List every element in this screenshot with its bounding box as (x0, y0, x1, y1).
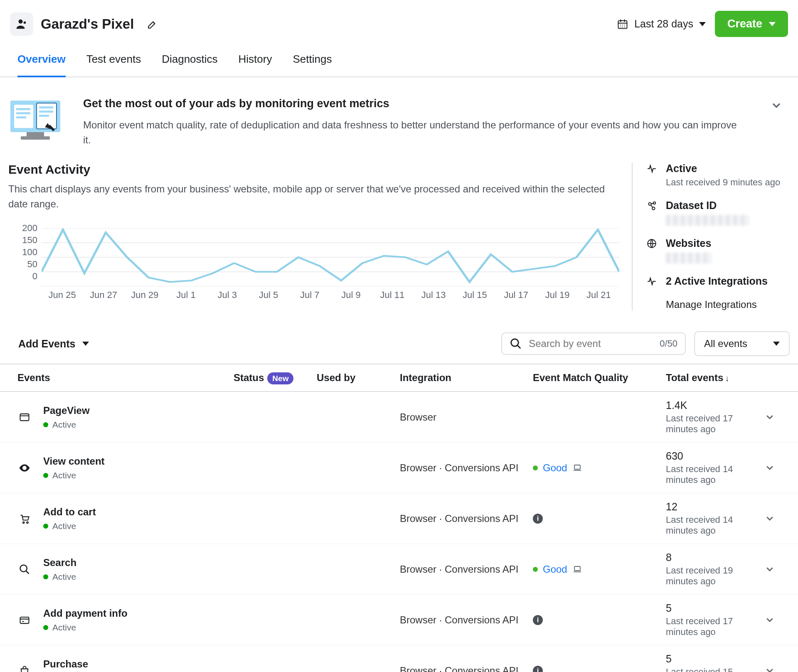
bag-icon (17, 665, 32, 672)
event-activity-chart: 200150100500 Jun 25Jun 27Jun 29Jul 1Jul … (8, 224, 619, 307)
integration-cell: Browser · Conversions API (400, 513, 533, 524)
header: Garazd's Pixel Last 28 days Create (0, 0, 798, 41)
quality-link[interactable]: Good (543, 462, 567, 474)
tab-settings[interactable]: Settings (293, 47, 332, 76)
create-button[interactable]: Create (715, 11, 788, 37)
laptop-icon (572, 564, 582, 574)
search-input[interactable] (528, 337, 654, 350)
add-events-button[interactable]: Add Events (8, 338, 89, 350)
svg-rect-31 (20, 617, 29, 623)
add-events-label: Add Events (18, 338, 76, 350)
total-cell: 5Last received 17 minutes ago (666, 602, 765, 638)
calendar-icon (617, 18, 628, 30)
event-status: Active (43, 521, 96, 531)
integration-cell: Browser · Conversions API (400, 614, 533, 626)
svg-rect-7 (16, 112, 30, 114)
event-status: Active (43, 470, 105, 480)
expand-row-button[interactable] (765, 412, 790, 422)
info-icon[interactable]: i (533, 666, 543, 672)
collapse-banner-button[interactable] (763, 97, 790, 114)
col-used-by: Used by (317, 372, 400, 384)
laptop-icon (572, 463, 582, 473)
chevron-down-icon (769, 22, 776, 26)
svg-point-0 (19, 19, 23, 23)
chart-x-labels: Jun 25Jun 27Jun 29Jul 1Jul 3Jul 5Jul 7Ju… (42, 290, 619, 300)
tabs: OverviewTest eventsDiagnosticsHistorySet… (0, 41, 798, 77)
expand-row-button[interactable] (765, 666, 790, 672)
cart-icon (17, 513, 32, 524)
svg-rect-24 (20, 414, 29, 420)
side-dataset-label: Dataset ID (666, 199, 749, 212)
activity-desc: This chart displays any events from your… (8, 182, 619, 212)
integration-cell: Browser (400, 411, 533, 423)
edit-icon[interactable] (147, 19, 158, 30)
svg-rect-13 (21, 136, 50, 140)
dataset-icon (645, 199, 658, 211)
events-filter-label: All events (704, 338, 747, 350)
page-title: Garazd's Pixel (41, 16, 134, 32)
manage-integrations-link[interactable]: Manage Integrations (666, 299, 790, 310)
quality-cell: i (533, 615, 666, 625)
tab-test-events[interactable]: Test events (86, 47, 141, 76)
side-panel: Active Last received 9 minutes ago Datas… (632, 162, 790, 310)
card-icon (17, 614, 32, 626)
header-right: Last 28 days Create (617, 11, 788, 37)
quality-cell: Good (533, 462, 666, 474)
redacted-value (666, 215, 749, 226)
banner-body: Get the most out of your ads by monitori… (83, 97, 742, 148)
table-header: Events StatusNew Used by Integration Eve… (0, 364, 798, 392)
info-icon[interactable]: i (533, 615, 543, 625)
table-row[interactable]: View contentActiveBrowser · Conversions … (0, 443, 798, 493)
sort-desc-icon: ↓ (725, 374, 729, 383)
total-cell: 8Last received 19 minutes ago (666, 551, 765, 587)
expand-row-button[interactable] (765, 615, 790, 625)
table-row[interactable]: PageViewActiveBrowser1.4KLast received 1… (0, 392, 798, 443)
chart-y-labels: 200150100500 (8, 224, 37, 284)
globe-icon (645, 237, 658, 249)
event-name: Add payment info (43, 608, 128, 619)
search-count: 0/50 (660, 338, 677, 349)
svg-point-27 (23, 522, 25, 523)
event-name: Purchase (43, 658, 88, 670)
svg-rect-10 (39, 111, 53, 113)
tab-overview[interactable]: Overview (17, 47, 66, 77)
col-total[interactable]: Total events↓ (666, 372, 765, 384)
tab-diagnostics[interactable]: Diagnostics (162, 47, 217, 76)
expand-row-button[interactable] (765, 463, 790, 473)
date-range-picker[interactable]: Last 28 days (617, 18, 706, 30)
integration-cell: Browser · Conversions API (400, 462, 533, 474)
table-row[interactable]: Add payment infoActiveBrowser · Conversi… (0, 595, 798, 645)
total-cell: 630Last received 14 minutes ago (666, 450, 765, 485)
event-name: Add to cart (43, 506, 96, 518)
table-row[interactable]: SearchActiveBrowser · Conversions APIGoo… (0, 544, 798, 595)
eye-icon (17, 462, 32, 474)
expand-row-button[interactable] (765, 564, 790, 574)
side-integrations-label: 2 Active Integrations (666, 275, 768, 287)
event-name: PageView (43, 405, 90, 416)
total-cell: 12Last received 14 minutes ago (666, 501, 765, 536)
side-active-sub: Last received 9 minutes ago (666, 177, 780, 188)
info-banner: Get the most out of your ads by monitori… (8, 97, 790, 148)
redacted-value (666, 253, 712, 263)
tab-history[interactable]: History (239, 47, 272, 76)
window-icon (17, 411, 32, 423)
date-range-label: Last 28 days (634, 18, 693, 30)
table-row[interactable]: Add to cartActiveBrowser · Conversions A… (0, 493, 798, 544)
events-filter-dropdown[interactable]: All events (694, 331, 790, 356)
event-status: Active (43, 572, 76, 582)
svg-rect-6 (16, 108, 30, 110)
quality-link[interactable]: Good (543, 564, 567, 575)
event-name: Search (43, 557, 76, 569)
svg-point-20 (653, 202, 655, 204)
table-row[interactable]: PurchaseActiveBrowser · Conversions APIi… (0, 645, 798, 672)
svg-point-25 (24, 467, 26, 469)
activity-title: Event Activity (8, 162, 619, 177)
integration-cell: Browser · Conversions API (400, 564, 533, 575)
pixel-icon (10, 12, 33, 36)
monitor-icon (8, 97, 62, 141)
info-icon[interactable]: i (533, 514, 543, 524)
event-status: Active (43, 420, 90, 430)
svg-rect-8 (16, 116, 26, 118)
search-box[interactable]: 0/50 (501, 332, 686, 355)
expand-row-button[interactable] (765, 514, 790, 524)
